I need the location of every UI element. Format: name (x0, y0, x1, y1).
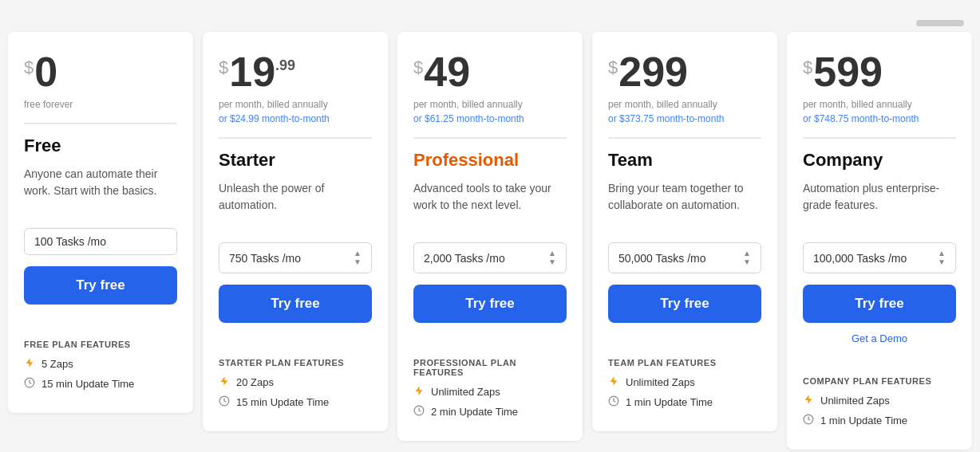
tasks-selector-company[interactable]: 100,000 Tasks /mo▲▼ (803, 242, 956, 273)
price-amount-professional: 49 (424, 51, 470, 92)
price-billing-free: free forever (24, 97, 177, 112)
feature-text-free-0: 5 Zaps (41, 358, 73, 370)
feature-text-company-1: 1 min Update Time (820, 415, 907, 426)
price-dollar-team: $ (608, 57, 618, 78)
pricing-container: $0free foreverFreeAnyone can automate th… (8, 32, 972, 450)
feature-text-professional-0: Unlimited Zaps (431, 386, 500, 398)
feature-item-starter-0: 20 Zaps (219, 375, 372, 389)
plan-card-free: $0free foreverFreeAnyone can automate th… (8, 32, 193, 413)
billing-link-starter[interactable]: or $24.99 month-to-month (219, 113, 330, 124)
features-section-company: COMPANY PLAN FEATURESUnlimited Zaps1 min… (803, 364, 956, 427)
plan-card-professional: $49per month, billed annuallyor $61.25 m… (397, 32, 583, 441)
feature-text-professional-1: 2 min Update Time (431, 406, 518, 418)
plan-card-starter: $19.99per month, billed annuallyor $24.9… (203, 32, 388, 431)
tasks-label-starter: 750 Tasks /mo (229, 252, 301, 265)
price-amount-free: 0 (34, 51, 57, 92)
plan-description-company: Automation plus enterprise-grade feature… (803, 180, 956, 228)
zap-icon-company-0 (803, 394, 814, 407)
feature-text-free-1: 15 min Update Time (41, 378, 134, 390)
plan-name-starter: Starter (219, 150, 372, 171)
features-section-team: TEAM PLAN FEATURESUnlimited Zaps1 min Up… (608, 345, 761, 409)
billing-link-professional[interactable]: or $61.25 month-to-month (413, 113, 524, 124)
clock-icon-team-1 (608, 395, 619, 409)
price-row-starter: $19.99 (219, 51, 372, 92)
feature-text-starter-0: 20 Zaps (236, 376, 274, 388)
feature-item-professional-0: Unlimited Zaps (413, 385, 567, 399)
plan-card-team: $299per month, billed annuallyor $373.75… (592, 32, 777, 431)
plan-name-professional: Professional (413, 150, 567, 171)
tasks-selector-free: 100 Tasks /mo (24, 228, 177, 255)
tasks-selector-starter[interactable]: 750 Tasks /mo▲▼ (219, 242, 372, 273)
divider-professional (413, 137, 567, 139)
billing-link-company[interactable]: or $748.75 month-to-month (803, 113, 919, 124)
price-dollar-free: $ (24, 57, 34, 78)
svg-marker-2 (221, 376, 228, 386)
divider-company (803, 137, 956, 139)
divider-team (608, 137, 761, 139)
plan-description-free: Anyone can automate their work. Start wi… (24, 166, 177, 214)
plan-name-company: Company (803, 150, 956, 171)
price-dollar-company: $ (803, 57, 812, 78)
divider-starter (219, 137, 372, 139)
try-free-button-team[interactable]: Try free (608, 285, 761, 323)
tasks-arrows-company[interactable]: ▲▼ (938, 250, 946, 266)
feature-text-team-0: Unlimited Zaps (626, 376, 695, 388)
try-free-button-free[interactable]: Try free (24, 266, 177, 305)
price-billing-starter: per month, billed annuallyor $24.99 mont… (219, 97, 372, 126)
clock-icon-starter-1 (219, 395, 230, 409)
features-header-starter: STARTER PLAN FEATURES (219, 358, 372, 367)
try-free-button-professional[interactable]: Try free (413, 285, 567, 323)
price-row-free: $0 (24, 51, 177, 92)
tasks-selector-team[interactable]: 50,000 Tasks /mo▲▼ (608, 242, 761, 273)
features-header-team: TEAM PLAN FEATURES (608, 358, 761, 367)
tasks-label-professional: 2,000 Tasks /mo (424, 252, 505, 265)
divider-free (24, 123, 177, 124)
tasks-label-company: 100,000 Tasks /mo (813, 252, 907, 265)
tasks-label-free: 100 Tasks /mo (34, 235, 106, 248)
feature-item-company-1: 1 min Update Time (803, 414, 956, 427)
price-row-professional: $49 (413, 51, 567, 92)
plan-description-professional: Advanced tools to take your work to the … (413, 180, 567, 228)
features-section-starter: STARTER PLAN FEATURES20 Zaps15 min Updat… (219, 345, 372, 409)
tasks-selector-professional[interactable]: 2,000 Tasks /mo▲▼ (413, 242, 567, 273)
try-free-button-company[interactable]: Try free (803, 285, 956, 323)
tasks-arrows-professional[interactable]: ▲▼ (548, 250, 556, 266)
feature-text-starter-1: 15 min Update Time (236, 396, 329, 408)
price-amount-starter: 19 (229, 51, 275, 92)
tasks-label-team: 50,000 Tasks /mo (618, 252, 705, 265)
features-section-free: FREE PLAN FEATURES5 Zaps15 min Update Ti… (24, 327, 177, 391)
feature-text-company-0: Unlimited Zaps (820, 395, 890, 407)
price-amount-team: 299 (618, 51, 688, 92)
feature-item-starter-1: 15 min Update Time (219, 395, 372, 409)
feature-item-team-1: 1 min Update Time (608, 395, 761, 409)
clock-icon-professional-1 (413, 405, 425, 419)
get-demo-link-company[interactable]: Get a Demo (803, 332, 956, 344)
feature-item-professional-1: 2 min Update Time (413, 405, 567, 419)
zap-icon-free-0 (24, 357, 35, 371)
tasks-arrows-starter[interactable]: ▲▼ (354, 250, 362, 266)
features-header-free: FREE PLAN FEATURES (24, 340, 177, 349)
clock-icon-company-1 (803, 414, 814, 427)
price-billing-company: per month, billed annuallyor $748.75 mon… (803, 97, 956, 126)
features-header-company: COMPANY PLAN FEATURES (803, 376, 956, 386)
svg-marker-6 (611, 376, 618, 386)
plan-description-team: Bring your team together to collaborate … (608, 180, 761, 228)
billing-link-team[interactable]: or $373.75 month-to-month (608, 113, 724, 124)
price-cents-starter: .99 (275, 57, 295, 74)
feature-item-company-0: Unlimited Zaps (803, 394, 956, 407)
feature-item-free-0: 5 Zaps (24, 357, 177, 371)
feature-item-team-0: Unlimited Zaps (608, 375, 761, 389)
tasks-arrows-team[interactable]: ▲▼ (743, 250, 751, 266)
price-row-company: $599 (803, 51, 956, 92)
svg-marker-8 (805, 395, 812, 404)
feature-text-team-1: 1 min Update Time (626, 396, 713, 408)
plan-name-team: Team (608, 150, 761, 171)
svg-marker-4 (416, 386, 423, 395)
price-dollar-starter: $ (219, 57, 228, 78)
clock-icon-free-1 (24, 377, 35, 391)
zap-icon-team-0 (608, 375, 619, 389)
price-amount-company: 599 (813, 51, 883, 92)
try-free-button-starter[interactable]: Try free (219, 285, 372, 323)
zap-icon-starter-0 (219, 375, 230, 389)
feature-item-free-1: 15 min Update Time (24, 377, 177, 391)
